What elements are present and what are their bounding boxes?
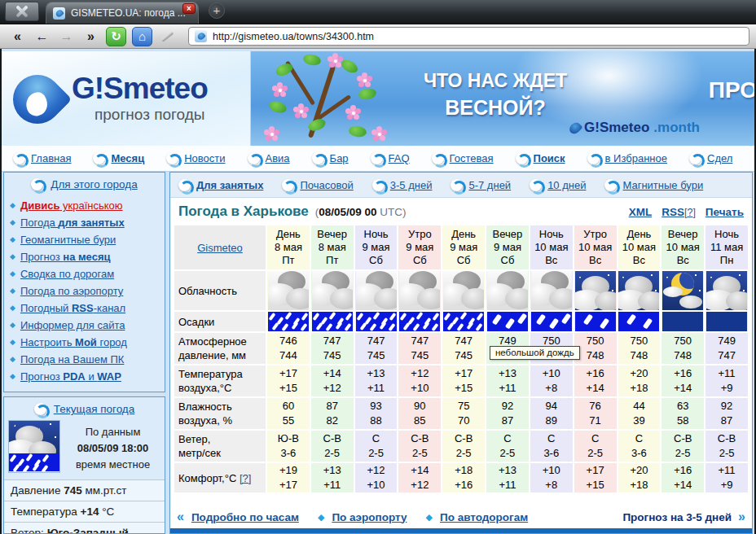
edit-pencil-icon[interactable] <box>159 28 177 46</box>
nav-link[interactable]: Поиск <box>534 152 565 164</box>
footer-link[interactable]: По аэропорту <box>332 511 407 523</box>
precip-none-icon[interactable] <box>706 312 747 331</box>
chevrons-left-icon[interactable]: « <box>177 510 184 524</box>
sidebar-list-item[interactable]: ◆Геомагнитные бури <box>10 231 165 248</box>
sidebar-link[interactable]: Дивись українською <box>20 199 123 212</box>
precip-heavy-icon[interactable] <box>443 312 484 331</box>
night-cloud-icon[interactable] <box>706 271 747 310</box>
back-button[interactable]: ← <box>31 27 53 46</box>
overcast-icon[interactable] <box>399 271 440 310</box>
precip-heavy-icon[interactable] <box>399 312 440 331</box>
precip-heavy-icon[interactable] <box>356 312 397 331</box>
footer-link[interactable]: По автодорогам <box>440 511 528 523</box>
forward-button[interactable]: → <box>55 27 77 46</box>
overcast-icon[interactable] <box>443 271 484 310</box>
overcast-icon[interactable] <box>356 271 397 310</box>
nav-link[interactable]: Гостевая <box>450 152 494 164</box>
footer-link[interactable]: Подробно по часам <box>191 511 299 523</box>
precip-moderate-icon[interactable] <box>531 312 572 331</box>
nav-link[interactable]: Бар <box>330 152 349 164</box>
overcast-icon[interactable] <box>487 271 528 310</box>
gismeteo-link[interactable]: Gismeteo <box>197 242 243 254</box>
forecast-tab[interactable]: Магнитные бури <box>604 179 703 191</box>
nav-link[interactable]: Главная <box>31 152 71 164</box>
forecast-tab-link[interactable]: Почасовой <box>300 179 353 191</box>
current-panel-title-link[interactable]: Текущая погода <box>54 403 135 415</box>
forecast-tab[interactable]: Почасовой <box>282 179 353 191</box>
tools-menu-button[interactable] <box>5 2 39 21</box>
overcast-icon[interactable] <box>268 271 309 310</box>
precip-heavy-icon[interactable] <box>268 312 309 331</box>
xml-link[interactable]: XML <box>629 206 653 218</box>
forecast-tab[interactable]: 5-7 дней <box>451 179 511 191</box>
gismeteo-month-brand[interactable]: G!Smeteo.month <box>570 120 700 136</box>
sidebar-list-item[interactable]: ◆Настроить Мой город <box>10 334 165 351</box>
forecast-tab[interactable]: 10 дней <box>530 179 586 191</box>
forecast-tab-link[interactable]: Для занятых <box>196 179 263 191</box>
precip-light-icon[interactable] <box>618 312 659 331</box>
back-far-button[interactable]: « <box>7 27 29 46</box>
nav-link[interactable]: Авиа <box>266 152 290 164</box>
sidebar-list-item[interactable]: ◆Информер для сайта <box>10 317 165 334</box>
sidebar-link[interactable]: Геомагнитные бури <box>20 233 116 247</box>
forecast-tab-link[interactable]: 5-7 дней <box>468 179 511 191</box>
new-tab-button[interactable]: + <box>209 2 225 19</box>
precip-heavy-icon[interactable] <box>312 312 353 331</box>
nav-item[interactable]: Авиа <box>248 152 290 164</box>
sidebar-list-item[interactable]: ◆Прогноз PDA и WAP <box>10 368 165 385</box>
nav-item[interactable]: Гостевая <box>432 152 494 164</box>
sidebar-list-item[interactable]: ◆Погода для занятых <box>10 214 165 231</box>
sidebar-list-item[interactable]: ◆Погода на Вашем ПК <box>10 351 165 368</box>
city-panel-title-link[interactable]: Для этого города <box>51 178 137 190</box>
nav-link[interactable]: Месяц <box>111 152 144 164</box>
sidebar-link[interactable]: Погода для занятых <box>20 216 125 230</box>
close-tab-icon[interactable]: × <box>182 3 196 14</box>
overcast-icon[interactable] <box>312 271 353 310</box>
promo-banner[interactable]: ЧТО НАС ЖДЕТ ВЕСНОЙ? G!Smeteo.month ПРО <box>251 51 754 146</box>
precip-light-icon[interactable] <box>575 312 616 331</box>
sidebar-link[interactable]: Погода на Вашем ПК <box>20 352 124 366</box>
night-cloud-icon[interactable] <box>618 271 659 310</box>
sidebar-link[interactable]: Погода по аэропорту <box>20 284 123 298</box>
sidebar-link[interactable]: Прогноз PDA и WAP <box>20 370 121 383</box>
forecast-tab[interactable]: 3-5 дней <box>372 179 433 191</box>
nav-link[interactable]: FAQ <box>389 152 410 164</box>
forecast-tab-link[interactable]: 10 дней <box>547 179 586 191</box>
chevrons-right-icon[interactable]: » <box>738 510 745 524</box>
comfort-help-link[interactable]: [?] <box>240 472 251 484</box>
footer-next-forecast[interactable]: Прогноз на 3-5 дней» <box>622 510 745 524</box>
precip-moderate-icon[interactable] <box>487 312 528 331</box>
overcast-icon[interactable] <box>531 271 572 310</box>
nav-item[interactable]: в Избранное <box>587 152 667 164</box>
address-bar[interactable]: http://gismeteo.ua/towns/34300.htm <box>188 27 749 46</box>
forecast-tab-link[interactable]: 3-5 дней <box>390 179 433 191</box>
sidebar-link[interactable]: Настроить Мой город <box>20 335 127 349</box>
sidebar-link[interactable]: Информер для сайта <box>20 318 125 332</box>
nav-link[interactable]: Сдел <box>707 152 732 164</box>
forward-far-button[interactable]: » <box>80 27 102 46</box>
sidebar-list-item[interactable]: ◆Сводка по дорогам <box>10 265 165 282</box>
refresh-button[interactable]: ↻ <box>106 27 126 46</box>
night-cloud-icon[interactable] <box>575 271 616 310</box>
nav-link[interactable]: в Избранное <box>605 152 667 164</box>
nav-item[interactable]: Новости <box>166 152 225 164</box>
nav-item[interactable]: Главная <box>13 152 71 164</box>
forecast-tab-link[interactable]: Магнитные бури <box>622 179 703 191</box>
nav-link[interactable]: Новости <box>184 152 225 164</box>
forecast-tab[interactable]: Для занятых <box>178 179 263 191</box>
sidebar-link[interactable]: Прогноз на месяц <box>20 250 111 264</box>
moon-cloud-icon[interactable] <box>662 271 703 310</box>
sidebar-list-item[interactable]: ◆Прогноз на месяц <box>10 248 165 265</box>
sidebar-list-item[interactable]: ◆Дивись українською <box>10 197 165 214</box>
nav-item[interactable]: Поиск <box>516 152 565 164</box>
nav-item[interactable]: Бар <box>312 152 349 164</box>
precip-none-icon[interactable] <box>662 312 703 331</box>
sidebar-link[interactable]: Погодный RSS-канал <box>20 301 125 315</box>
nav-item[interactable]: FAQ <box>371 152 410 164</box>
home-button[interactable]: ⌂ <box>132 27 152 46</box>
print-link[interactable]: Печать <box>705 206 744 218</box>
rss-link[interactable]: RSS <box>662 206 684 218</box>
sidebar-list-item[interactable]: ◆Погода по аэропорту <box>10 282 165 300</box>
gismeteo-logo[interactable]: G!Smeteo прогноз погоды <box>2 51 251 146</box>
sidebar-link[interactable]: Сводка по дорогам <box>20 267 114 281</box>
